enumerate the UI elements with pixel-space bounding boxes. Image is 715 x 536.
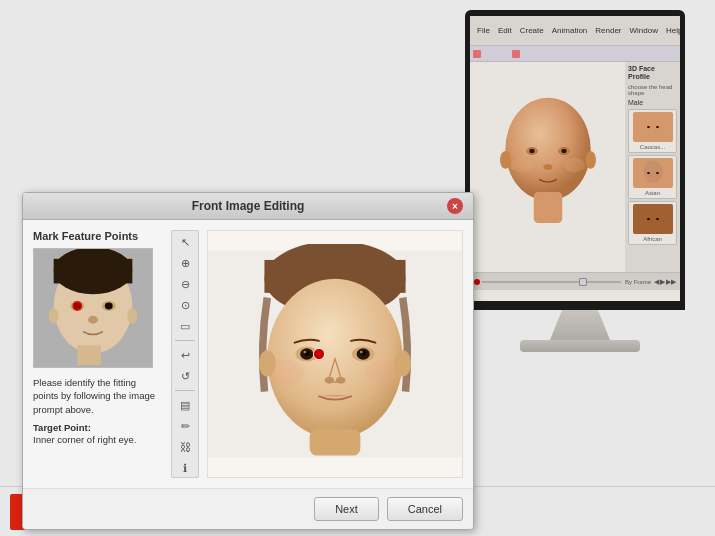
monitor-viewport — [470, 62, 625, 272]
monitor-icon-toolbar — [470, 46, 680, 62]
stop-button[interactable]: ▶ — [660, 278, 665, 286]
sidebar-asian[interactable]: Asian — [628, 155, 677, 199]
tool-zoom-in[interactable]: ⊕ — [174, 254, 196, 272]
dialog-title: Front Image Editing — [49, 199, 447, 213]
svg-rect-37 — [310, 429, 361, 455]
svg-point-45 — [360, 351, 363, 354]
svg-point-31 — [49, 308, 59, 324]
target-point-value: Inner corner of right eye. — [33, 433, 163, 446]
svg-point-8 — [585, 151, 596, 169]
svg-point-7 — [500, 151, 511, 169]
svg-point-19 — [656, 218, 659, 220]
svg-point-47 — [336, 377, 345, 384]
svg-point-17 — [643, 206, 663, 229]
menu-animation[interactable]: Animation — [549, 26, 591, 35]
monitor-slider-bar: By Frame ◀ ▶ ▶▶ — [470, 272, 680, 290]
monitor-stand — [550, 310, 610, 340]
tool-info[interactable]: ℹ — [174, 459, 196, 477]
monitor-display: File Edit Create Animation Render Window… — [465, 10, 695, 390]
menu-render[interactable]: Render — [592, 26, 624, 35]
left-panel-description: Please identify the fitting points by fo… — [33, 376, 163, 416]
face-thumb-african — [633, 204, 673, 234]
face-thumb-asian — [633, 158, 673, 188]
face-thumb-caucasian — [633, 112, 673, 142]
tool-redo[interactable]: ↺ — [174, 367, 196, 385]
slider-handle[interactable] — [579, 278, 587, 286]
next-button[interactable]: Next — [314, 497, 379, 521]
svg-point-50 — [259, 350, 276, 376]
main-background: File Edit Create Animation Render Window… — [0, 0, 715, 536]
skip-button[interactable]: ▶▶ — [666, 278, 676, 286]
playback-controls: ◀ ▶ ▶▶ — [654, 278, 676, 286]
svg-point-29 — [88, 316, 98, 324]
main-image-area[interactable] — [207, 230, 463, 478]
toolbar-icon-4[interactable] — [500, 50, 508, 58]
monitor-right-sidebar: 3D Face Profile choose the head shape Ma… — [625, 62, 680, 272]
tool-zoom-fit[interactable]: ⊙ — [174, 296, 196, 314]
play-button[interactable]: ◀ — [654, 278, 659, 286]
svg-point-32 — [127, 308, 137, 324]
caucasian-label: Caucas... — [640, 144, 665, 150]
dialog-title-bar: Front Image Editing × — [23, 193, 473, 220]
tool-rectangle[interactable]: ▭ — [174, 317, 196, 335]
tool-zoom-out[interactable]: ⊖ — [174, 275, 196, 293]
svg-point-46 — [325, 377, 334, 384]
panel-subtitle-text: choose the head shape — [628, 84, 677, 96]
menu-help[interactable]: Help — [663, 26, 680, 35]
toolbar-icon-7[interactable] — [530, 50, 538, 58]
tool-cursor[interactable]: ↖ — [174, 233, 196, 251]
svg-point-14 — [643, 160, 663, 183]
slider-track[interactable] — [482, 281, 621, 283]
dialog-close-button[interactable]: × — [447, 198, 463, 214]
toolbar-strip: ↖ ⊕ ⊖ ⊙ ▭ ↩ ↺ ▤ ✏ ⛓ ℹ — [171, 230, 199, 478]
dialog-body: Mark Feature Points — [23, 220, 473, 488]
svg-point-0 — [505, 98, 590, 201]
svg-rect-24 — [77, 345, 101, 365]
face-preview-image — [33, 248, 153, 368]
svg-rect-23 — [54, 259, 133, 284]
svg-point-52 — [313, 348, 324, 359]
menu-edit[interactable]: Edit — [495, 26, 515, 35]
menu-create[interactable]: Create — [517, 26, 547, 35]
slider-marker — [474, 279, 480, 285]
panel-title-text: 3D Face Profile — [628, 65, 677, 82]
slider-label: By Frame — [625, 279, 651, 285]
cancel-button[interactable]: Cancel — [387, 497, 463, 521]
monitor-base — [520, 340, 640, 352]
monitor-screen: File Edit Create Animation Render Window… — [465, 10, 685, 310]
svg-point-51 — [394, 350, 411, 376]
3d-head-svg — [488, 87, 608, 247]
toolbar-divider-1 — [175, 340, 195, 341]
african-label: African — [643, 236, 662, 242]
toolbar-icon-5[interactable] — [512, 50, 520, 58]
toolbar-icon-3[interactable] — [491, 50, 499, 58]
toolbar-icon-2[interactable] — [482, 50, 490, 58]
face-main-view — [208, 231, 462, 477]
svg-point-15 — [647, 172, 650, 174]
toolbar-icon-6[interactable] — [521, 50, 529, 58]
monitor-menubar: File Edit Create Animation Render Window… — [470, 16, 680, 46]
svg-point-10 — [564, 158, 585, 172]
left-panel-title: Mark Feature Points — [33, 230, 163, 242]
left-panel: Mark Feature Points — [33, 230, 163, 478]
sidebar-caucasian[interactable]: Caucas... — [628, 109, 677, 153]
monitor-screen-inner: File Edit Create Animation Render Window… — [470, 16, 680, 301]
svg-point-18 — [647, 218, 650, 220]
toolbar-icon-1[interactable] — [473, 50, 481, 58]
sidebar-african[interactable]: African — [628, 201, 677, 245]
svg-point-12 — [647, 126, 650, 128]
target-point-label: Target Point: — [33, 422, 163, 433]
menu-window[interactable]: Window — [627, 26, 661, 35]
svg-point-3 — [529, 149, 534, 153]
tool-pencil[interactable]: ✏ — [174, 417, 196, 435]
tool-link[interactable]: ⛓ — [174, 438, 196, 456]
tool-grid[interactable]: ▤ — [174, 396, 196, 414]
small-face-svg — [34, 249, 152, 367]
dialog-footer: Next Cancel — [23, 488, 473, 529]
tool-undo[interactable]: ↩ — [174, 346, 196, 364]
menu-file[interactable]: File — [474, 26, 493, 35]
svg-rect-1 — [533, 192, 561, 223]
dialog-front-image-editing: Front Image Editing × Mark Feature Point… — [22, 192, 474, 530]
main-face-svg — [208, 244, 462, 464]
svg-point-5 — [561, 149, 566, 153]
